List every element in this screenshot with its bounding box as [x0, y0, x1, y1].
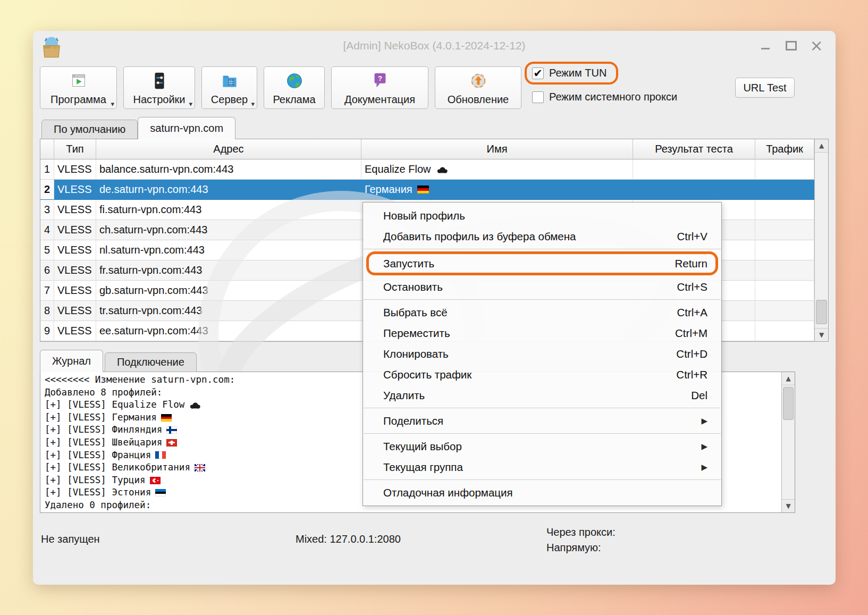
menu-item-label: Отладочная информация	[383, 486, 513, 499]
log-line-text: [+] [VLESS] Великобритания	[45, 461, 190, 474]
log-line-text: <<<<<<<< Изменение saturn-vpn.com:	[45, 374, 235, 386]
menu-item[interactable]: ПереместитьCtrl+M	[363, 323, 721, 343]
system-proxy-checkbox[interactable]: Режим системного прокси	[532, 91, 677, 103]
cell-address: nl.saturn-vpn.com:443	[96, 240, 361, 260]
column-header-2[interactable]: Адрес	[96, 139, 361, 159]
profile-name: Equalize Flow	[365, 163, 431, 175]
menu-item[interactable]: Сбросить трафикCtrl+R	[363, 364, 721, 385]
toolbar-button-app-window[interactable]: Программа▾	[40, 66, 117, 109]
toolbar: Программа▾Настройки▾Сервер▾Реклама?Докум…	[40, 65, 829, 114]
titlebar[interactable]: [Admin] NekoBox (4.0.1-2024-12-12) ×	[33, 31, 836, 61]
menu-item[interactable]: Поделиться▶	[363, 410, 721, 431]
menu-item[interactable]: Текущая группа▶	[363, 457, 721, 477]
cell-address: fr.saturn-vpn.com:443	[96, 260, 361, 281]
column-header-5[interactable]: Трафик	[755, 139, 814, 159]
status-mixed-proxy: Mixed: 127.0.0.1:2080	[296, 533, 401, 545]
log-tabs: ЖурналПодключение	[40, 349, 197, 372]
menu-separator	[364, 299, 721, 300]
toolbar-buttons: Программа▾Настройки▾Сервер▾Реклама?Докум…	[40, 66, 521, 109]
menu-item[interactable]: Новый профиль	[363, 205, 721, 226]
cell-traffic	[755, 321, 814, 341]
scroll-down-arrow[interactable]: ▼	[815, 328, 828, 341]
menu-item-label: Удалить	[383, 389, 425, 402]
menu-item-label: Клонировать	[383, 348, 449, 360]
menu-item-shortcut: Ctrl+S	[677, 281, 707, 293]
menu-item[interactable]: ЗапуститьReturn	[366, 251, 718, 275]
tun-mode-checkbox[interactable]: ✔ Режим TUN	[532, 67, 606, 79]
row-number: 9	[40, 321, 54, 341]
cell-address: de.saturn-vpn.com:443	[96, 180, 361, 200]
server-table-header: ТипАдресИмяРезультат тестаТрафик	[40, 139, 814, 159]
log-line-text: [+] [VLESS] Эстония	[45, 486, 151, 499]
menu-item-label: Остановить	[383, 281, 443, 293]
checkmark-icon: ✔	[533, 68, 543, 79]
menu-item-label: Переместить	[383, 327, 450, 340]
window-title: [Admin] NekoBox (4.0.1-2024-12-12)	[33, 31, 836, 61]
menu-item-shortcut: Ctrl+R	[676, 368, 707, 381]
menu-item[interactable]: ОстановитьCtrl+S	[363, 276, 721, 297]
scroll-up-arrow[interactable]: ▲	[815, 139, 828, 153]
scroll-up-arrow[interactable]: ▲	[782, 372, 795, 385]
scroll-thumb[interactable]	[816, 300, 827, 324]
system-proxy-label: Режим системного прокси	[549, 91, 677, 103]
row-number: 2	[40, 180, 54, 200]
column-header-3[interactable]: Имя	[361, 139, 633, 159]
toolbar-button-server-folder[interactable]: Сервер▾	[201, 66, 257, 109]
menu-item-label: Запустить	[383, 257, 434, 270]
maximize-button[interactable]	[785, 39, 797, 52]
minimize-button[interactable]	[759, 39, 772, 52]
menu-item[interactable]: Текущий выбор▶	[363, 436, 721, 457]
cell-traffic	[755, 200, 814, 220]
context-menu: Новый профильДобавить профиль из буфера …	[363, 202, 722, 506]
cell-type: VLESS	[54, 240, 96, 260]
cloud-icon	[189, 401, 201, 409]
dropdown-arrow-icon: ▾	[251, 100, 255, 108]
table-row[interactable]: 1VLESSbalance.saturn-vpn.com:443Equalize…	[40, 159, 814, 180]
menu-item[interactable]: КлонироватьCtrl+D	[363, 343, 721, 364]
toolbar-button-label: Настройки	[133, 92, 185, 106]
group-tab-active[interactable]: saturn-vpn.com	[138, 117, 235, 139]
table-row[interactable]: 2VLESSde.saturn-vpn.com:443Германия	[40, 180, 814, 200]
table-scrollbar[interactable]: ▲▼	[814, 139, 828, 341]
menu-item-label: Добавить профиль из буфера обмена	[383, 230, 576, 243]
close-button[interactable]: ×	[810, 39, 823, 52]
checkbox-box	[532, 91, 544, 103]
scroll-thumb[interactable]	[783, 387, 794, 420]
toolbar-button-label: Реклама	[273, 92, 315, 106]
cell-type: VLESS	[54, 159, 96, 180]
column-header-4[interactable]: Результат теста	[633, 139, 755, 159]
cell-address: fi.saturn-vpn.com:443	[96, 200, 361, 220]
cell-type: VLESS	[54, 180, 96, 200]
log-tab-inactive[interactable]: Подключение	[105, 352, 197, 372]
menu-item[interactable]: УдалитьDel	[363, 385, 721, 406]
menu-item-shortcut: Ctrl+A	[677, 306, 707, 319]
log-line-text: [+] [VLESS] Финляндия	[45, 424, 162, 436]
cell-type: VLESS	[54, 200, 96, 220]
toolbar-button-globe[interactable]: Реклама	[264, 66, 325, 109]
fr-flag-icon	[155, 451, 166, 459]
menu-item[interactable]: Добавить профиль из буфера обменаCtrl+V	[363, 226, 721, 247]
log-scrollbar[interactable]: ▲▼	[781, 372, 795, 512]
toolbar-button-label: Документация	[344, 92, 415, 106]
log-line-text: Добавлено 8 профилей:	[45, 386, 162, 399]
menu-item[interactable]: Выбрать всёCtrl+A	[363, 302, 721, 323]
menu-item-shortcut: Ctrl+M	[675, 327, 707, 340]
url-test-button[interactable]: URL Test	[735, 78, 795, 98]
log-tab-active[interactable]: Журнал	[40, 350, 103, 372]
toolbar-button-update[interactable]: Обновление	[435, 66, 521, 109]
column-header-1[interactable]: Тип	[54, 139, 96, 159]
menu-item[interactable]: Отладочная информация	[363, 482, 721, 503]
tun-mode-label: Режим TUN	[549, 67, 606, 79]
menu-item-shortcut: Ctrl+D	[676, 348, 707, 360]
group-tab-inactive[interactable]: По умолчанию	[41, 120, 138, 139]
menu-item-label: Выбрать всё	[383, 306, 448, 319]
menu-item-shortcut: Del	[691, 389, 707, 402]
cell-address: ch.saturn-vpn.com:443	[96, 220, 361, 240]
menu-item-label: Текущий выбор	[383, 440, 462, 453]
toolbar-button-help-bubble[interactable]: ?Документация	[331, 66, 428, 109]
scroll-down-arrow[interactable]: ▼	[782, 499, 795, 512]
toolbar-button-settings[interactable]: Настройки▾	[123, 66, 195, 109]
profile-name: Германия	[365, 183, 412, 196]
cell-test-result	[633, 159, 755, 180]
table-corner-cell[interactable]	[40, 139, 54, 159]
